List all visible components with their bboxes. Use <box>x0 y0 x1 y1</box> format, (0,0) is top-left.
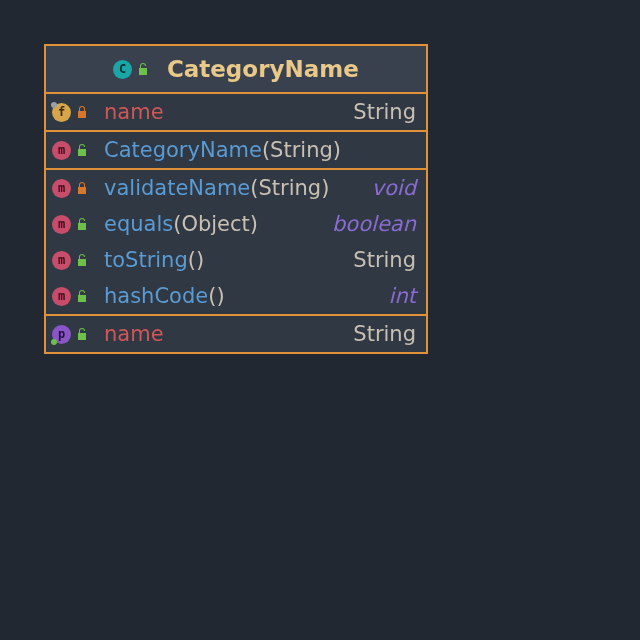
member-icons: m <box>52 251 100 270</box>
field-row: f name String <box>46 94 426 130</box>
lock-open-icon <box>75 143 89 157</box>
member-type: String <box>353 248 416 272</box>
lock-open-icon <box>75 217 89 231</box>
methods-section: m validateName(String) void m <box>46 168 426 314</box>
lock-open-icon <box>75 289 89 303</box>
method-icon: m <box>52 215 71 234</box>
method-icon: m <box>52 179 71 198</box>
method-row: m toString() String <box>46 242 426 278</box>
lock-open-icon <box>75 253 89 267</box>
method-row: m validateName(String) void <box>46 170 426 206</box>
method-row: m equals(Object) boolean <box>46 206 426 242</box>
constructors-section: m CategoryName(String) <box>46 130 426 168</box>
member-type: void <box>372 176 416 200</box>
lock-open-icon <box>75 327 89 341</box>
lock-closed-icon <box>75 105 89 119</box>
method-row: m hashCode() int <box>46 278 426 314</box>
canvas: C CategoryName f name <box>0 0 640 640</box>
member-name: name <box>104 322 349 346</box>
field-icon: f <box>52 103 71 122</box>
static-dot-icon <box>51 102 57 108</box>
lock-closed-icon <box>75 181 89 195</box>
member-icons: f <box>52 103 100 122</box>
member-icons: m <box>52 179 100 198</box>
constructor-row: m CategoryName(String) <box>46 132 426 168</box>
method-icon: m <box>52 251 71 270</box>
method-icon: m <box>52 287 71 306</box>
member-signature: toString() <box>104 248 349 272</box>
class-icon: C <box>113 60 132 79</box>
member-type: boolean <box>332 212 416 236</box>
member-type: String <box>353 100 416 124</box>
member-icons: p <box>52 325 100 344</box>
class-title: CategoryName <box>167 56 359 82</box>
member-signature: CategoryName(String) <box>104 138 416 162</box>
class-header-icons: C <box>113 60 150 79</box>
method-icon: m <box>52 141 71 160</box>
member-name: name <box>104 100 349 124</box>
member-signature: validateName(String) <box>104 176 368 200</box>
member-icons: m <box>52 141 100 160</box>
property-row: p name String <box>46 316 426 352</box>
readwrite-dot-icon <box>51 339 57 345</box>
fields-section: f name String <box>46 92 426 130</box>
properties-section: p name String <box>46 314 426 352</box>
member-icons: m <box>52 287 100 306</box>
property-icon: p <box>52 325 71 344</box>
class-diagram: C CategoryName f name <box>44 44 428 354</box>
member-icons: m <box>52 215 100 234</box>
member-type: String <box>353 322 416 346</box>
member-signature: equals(Object) <box>104 212 328 236</box>
lock-open-icon <box>136 62 150 76</box>
member-type: int <box>389 284 416 308</box>
class-header: C CategoryName <box>46 46 426 92</box>
member-signature: hashCode() <box>104 284 385 308</box>
